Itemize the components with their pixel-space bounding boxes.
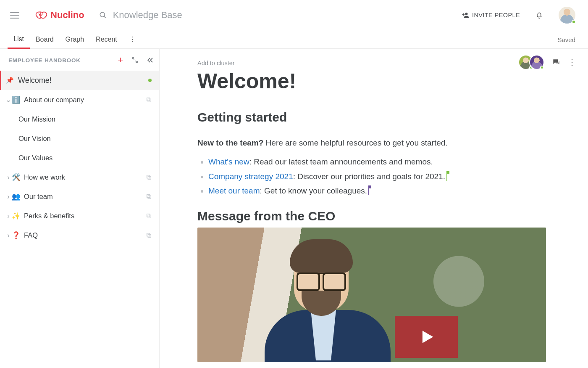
comments-icon[interactable] <box>552 58 560 66</box>
more-icon[interactable]: ⋮ <box>568 58 576 66</box>
intro-paragraph: New to the team? Here are some helpful r… <box>197 137 554 149</box>
svg-rect-11 <box>147 214 150 217</box>
collaborator-avatars[interactable] <box>518 55 544 70</box>
list-item-rest: : Discover our priorities and goals for … <box>293 172 445 181</box>
svg-point-0 <box>100 12 105 17</box>
sidebar-item-mission[interactable]: Our Mission <box>0 109 159 129</box>
chevron-right-icon: › <box>6 212 11 220</box>
svg-rect-8 <box>148 176 151 179</box>
collapse-sidebar-icon[interactable] <box>147 57 153 64</box>
sidebar-item-welcome[interactable]: 📌 Welcome! <box>0 71 159 90</box>
tab-board[interactable]: Board <box>30 30 60 48</box>
brain-icon <box>34 11 47 20</box>
invite-label: INVITE PEOPLE <box>472 12 520 19</box>
svg-line-1 <box>104 16 105 18</box>
invite-person-icon <box>462 11 470 19</box>
pin-icon: 📌 <box>6 77 14 84</box>
chevron-down-icon: ⌄ <box>6 96 11 104</box>
tabs-overflow-icon[interactable]: ⋮ <box>127 35 137 43</box>
tab-recent[interactable]: Recent <box>90 30 123 48</box>
chevron-right-icon: › <box>6 231 11 239</box>
svg-rect-13 <box>147 233 150 236</box>
add-item-icon[interactable]: + <box>118 56 123 65</box>
sidebar-item-about[interactable]: ⌄ ℹ️ About our company <box>0 90 159 109</box>
copy-icon[interactable] <box>146 193 152 199</box>
list-item: Meet our team: Get to know your colleagu… <box>208 184 554 198</box>
add-to-cluster-button[interactable]: Add to cluster <box>197 60 554 66</box>
people-icon: 👥 <box>12 193 21 201</box>
tab-label: List <box>13 35 24 43</box>
view-tabs: List Board Graph Recent ⋮ Saved <box>0 30 588 49</box>
collab-cursor-icon <box>368 186 369 195</box>
brand-name: Nuclino <box>50 10 84 21</box>
sidebar-item-perks[interactable]: › ✨ Perks & benefits <box>0 206 159 225</box>
presence-indicator <box>572 20 576 24</box>
portrait-illustration <box>248 228 399 362</box>
search-icon <box>99 11 107 19</box>
sidebar-title: EMPLOYEE HANDBOOK <box>8 57 81 64</box>
link-whats-new[interactable]: What's new <box>208 157 249 166</box>
sparkles-icon: ✨ <box>12 212 21 220</box>
sidebar-item-faq[interactable]: › ❓ FAQ <box>0 225 159 245</box>
expand-icon[interactable] <box>131 57 138 64</box>
sidebar: EMPLOYEE HANDBOOK + 📌 Welcome! ⌄ ℹ️ A <box>0 49 160 368</box>
svg-rect-10 <box>148 196 151 199</box>
user-avatar[interactable] <box>559 7 575 24</box>
resource-list: What's new: Read our latest team announc… <box>197 155 554 198</box>
brand[interactable]: Nuclino <box>34 10 84 21</box>
sidebar-item-label: How we work <box>24 173 65 181</box>
copy-icon[interactable] <box>146 213 152 219</box>
sidebar-item-label: Our team <box>24 193 53 201</box>
svg-point-2 <box>465 13 468 15</box>
collab-cursor-icon <box>446 172 447 181</box>
document-area: ⋮ Add to cluster Welcome! Getting starte… <box>160 49 588 368</box>
svg-rect-6 <box>148 99 151 102</box>
link-company-strategy[interactable]: Company strategy 2021 <box>208 172 293 181</box>
sidebar-item-label: Welcome! <box>18 76 52 85</box>
tab-list[interactable]: List <box>8 31 30 49</box>
presence-indicator <box>540 66 544 69</box>
active-dot-icon <box>148 79 152 82</box>
link-meet-team[interactable]: Meet our team <box>208 186 260 195</box>
list-item: Company strategy 2021: Discover our prio… <box>208 169 554 184</box>
svg-rect-9 <box>147 195 150 198</box>
sidebar-item-label: Our Vision <box>18 135 51 143</box>
section-ceo-message: Message from the CEO <box>197 209 554 223</box>
list-item: What's new: Read our latest team announc… <box>208 155 554 169</box>
hamburger-icon[interactable] <box>10 12 19 19</box>
sidebar-item-label: Our Values <box>18 154 52 162</box>
list-item-rest: : Get to know your colleagues. <box>260 186 368 195</box>
ceo-video[interactable] <box>197 228 546 362</box>
sidebar-item-values[interactable]: Our Values <box>0 148 159 167</box>
svg-rect-4 <box>463 13 464 16</box>
page-title: Welcome! <box>197 69 554 93</box>
chevron-right-icon: › <box>6 193 11 201</box>
question-icon: ❓ <box>12 231 21 239</box>
tab-label: Board <box>36 36 54 43</box>
search-input[interactable] <box>112 9 280 21</box>
sidebar-item-label: About our company <box>24 96 84 104</box>
play-icon <box>417 328 436 346</box>
intro-rest: Here are some helpful resources to get y… <box>263 138 447 147</box>
play-button[interactable] <box>395 316 458 358</box>
sidebar-item-how-we-work[interactable]: › 🛠️ How we work <box>0 167 159 187</box>
notifications-icon[interactable] <box>535 11 543 20</box>
tab-label: Recent <box>96 36 117 43</box>
sidebar-item-label: FAQ <box>24 231 38 239</box>
sidebar-item-vision[interactable]: Our Vision <box>0 129 159 148</box>
copy-icon[interactable] <box>146 174 152 180</box>
svg-rect-14 <box>148 234 151 237</box>
copy-icon[interactable] <box>146 97 152 103</box>
sidebar-item-our-team[interactable]: › 👥 Our team <box>0 187 159 206</box>
svg-rect-12 <box>148 215 151 218</box>
tab-label: Graph <box>66 36 84 43</box>
collaborator-avatar[interactable] <box>529 55 544 70</box>
copy-icon[interactable] <box>146 232 152 238</box>
svg-rect-5 <box>147 98 150 101</box>
tools-icon: 🛠️ <box>12 173 21 181</box>
chevron-right-icon: › <box>6 173 11 181</box>
invite-people-button[interactable]: INVITE PEOPLE <box>462 11 520 19</box>
info-icon: ℹ️ <box>12 96 21 104</box>
intro-bold: New to the team? <box>197 138 263 147</box>
tab-graph[interactable]: Graph <box>60 30 90 48</box>
